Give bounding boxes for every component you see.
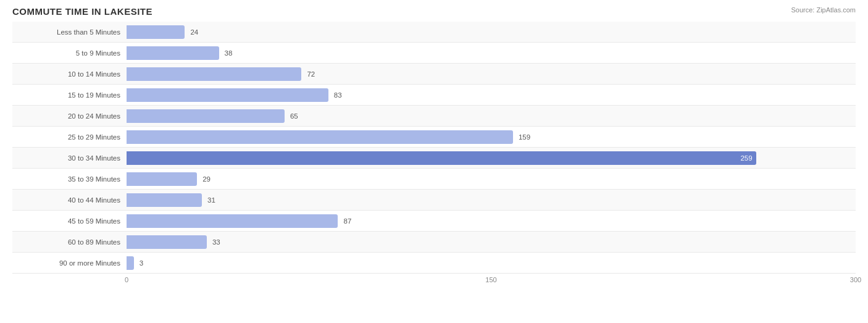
bar-row: 20 to 24 Minutes65	[12, 106, 856, 127]
bar-value: 72	[304, 70, 315, 78]
bar: 65	[127, 109, 285, 123]
bar-row: Less than 5 Minutes24	[12, 22, 856, 43]
bar-container: 3	[127, 253, 856, 273]
bar: 31	[127, 193, 202, 207]
bar-container: 33	[127, 232, 856, 252]
bar-row: 5 to 9 Minutes38	[12, 43, 856, 64]
bar-row: 25 to 29 Minutes159	[12, 127, 856, 148]
bar-row: 10 to 14 Minutes72	[12, 64, 856, 85]
bar-row: 90 or more Minutes3	[12, 253, 856, 274]
bar-container: 65	[127, 106, 856, 126]
bar-container: 29	[127, 169, 856, 189]
bar-label: 25 to 29 Minutes	[12, 133, 127, 141]
chart-title: COMMUTE TIME IN LAKESITE	[12, 6, 152, 17]
bar-container: 38	[127, 43, 856, 63]
bar: 3	[127, 256, 134, 270]
bar-label: 35 to 39 Minutes	[12, 175, 127, 183]
bar: 87	[127, 214, 338, 228]
bar-label: 30 to 34 Minutes	[12, 154, 127, 162]
bar-value: 24	[188, 28, 198, 36]
bar-row: 45 to 59 Minutes87	[12, 211, 856, 232]
bar-value: 29	[200, 175, 211, 183]
x-axis-label: 150	[485, 276, 496, 283]
bar-container: 72	[127, 64, 856, 84]
bar-label: 15 to 19 Minutes	[12, 91, 127, 99]
bar-label: 20 to 24 Minutes	[12, 112, 127, 120]
bar: 24	[127, 25, 185, 39]
bar-row: 30 to 34 Minutes259	[12, 148, 856, 169]
bar: 33	[127, 235, 207, 249]
bar-container: 259	[127, 148, 856, 168]
bar-value: 65	[288, 112, 298, 120]
bar-value: 38	[222, 49, 233, 57]
bar-value: 159	[516, 133, 530, 141]
bar-value: 83	[332, 91, 342, 99]
bar-value: 259	[740, 154, 752, 162]
bar-label: 45 to 59 Minutes	[12, 217, 127, 225]
chart-header: COMMUTE TIME IN LAKESITE Source: ZipAtla…	[12, 6, 856, 17]
bar-container: 87	[127, 211, 856, 231]
bar-container: 159	[127, 127, 856, 147]
bar: 29	[127, 172, 197, 186]
bar-label: 10 to 14 Minutes	[12, 70, 127, 78]
chart-area: Less than 5 Minutes245 to 9 Minutes3810 …	[12, 22, 856, 274]
bar-container: 83	[127, 85, 856, 105]
x-axis-label: 300	[850, 276, 861, 283]
bar-container: 31	[127, 190, 856, 210]
bar: 159	[127, 130, 513, 144]
bar-label: 5 to 9 Minutes	[12, 49, 127, 57]
bar-value: 87	[341, 217, 351, 225]
bar-value: 3	[137, 259, 143, 267]
bar-row: 15 to 19 Minutes83	[12, 85, 856, 106]
x-axis-label: 0	[125, 276, 128, 283]
bar-value: 31	[205, 196, 215, 204]
bar-row: 35 to 39 Minutes29	[12, 169, 856, 190]
bar: 83	[127, 88, 328, 102]
bar-label: 90 or more Minutes	[12, 259, 127, 267]
bar: 38	[127, 46, 219, 60]
bar: 72	[127, 67, 301, 81]
bar-row: 60 to 89 Minutes33	[12, 232, 856, 253]
bar: 259	[127, 151, 756, 165]
x-axis: 0150300	[12, 276, 856, 288]
bar-value: 33	[210, 238, 220, 246]
bar-label: 60 to 89 Minutes	[12, 238, 127, 246]
bar-label: 40 to 44 Minutes	[12, 196, 127, 204]
x-axis-labels: 0150300	[127, 276, 856, 288]
bar-label: Less than 5 Minutes	[12, 28, 127, 36]
bar-container: 24	[127, 22, 856, 42]
bar-row: 40 to 44 Minutes31	[12, 190, 856, 211]
chart-source: Source: ZipAtlas.com	[791, 6, 856, 14]
